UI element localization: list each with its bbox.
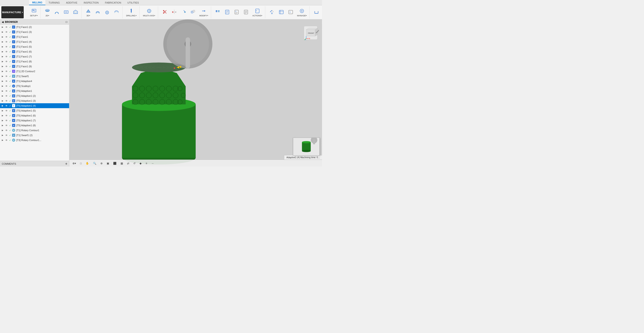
manage-1-button[interactable] (268, 8, 276, 16)
inspect-button[interactable]: INSPECT ▾ (321, 7, 322, 17)
visibility-icon-6[interactable]: 👁 (5, 50, 8, 53)
tree-item-15[interactable]: ▶ 👁 ✓ A [T5] Adaptive1 (2) (0, 93, 69, 98)
section-button[interactable]: ▦ (119, 161, 124, 165)
expand-arrow-17[interactable]: ▶ (2, 105, 4, 107)
tree-item-10[interactable]: ▶ 👁 ✓ ◇ [T1] 2D Contour2 (0, 69, 69, 74)
tree-item-20[interactable]: ▶ 👁 ✓ A [T5] Adaptive1 (7) (0, 118, 69, 123)
2d-pocket-button[interactable] (62, 8, 71, 16)
environment-button[interactable]: ≡ (144, 161, 148, 165)
display-mode-button[interactable]: ▣ (105, 161, 110, 165)
expand-arrow-1[interactable]: ▶ (2, 26, 4, 28)
render-button[interactable]: → (150, 161, 155, 165)
tree-item-21[interactable]: ▶ 👁 ✓ A [T5] Adaptive1 (8) (0, 123, 69, 128)
setup-button[interactable]: G SETUP ▾ (28, 7, 39, 17)
tree-item-16[interactable]: ▶ 👁 ✓ A [T5] Adaptive1 (3) (0, 98, 69, 103)
tree-item-6[interactable]: ▶ 👁 ✓ ≡ [T1] Face1 (6) (0, 49, 69, 54)
visibility-icon-12[interactable]: 👁 (5, 79, 8, 83)
expand-arrow-15[interactable]: ▶ (2, 95, 4, 97)
visibility-icon-11[interactable]: 👁 (5, 75, 8, 78)
transform-button[interactable] (188, 8, 198, 16)
scissors-button[interactable] (160, 8, 169, 16)
2d-adaptive-button[interactable] (52, 8, 61, 16)
3d-button[interactable]: 3D ▾ (84, 7, 93, 17)
manage-2-button[interactable] (277, 8, 286, 16)
appearance-button[interactable]: ◆ (138, 161, 143, 165)
add-comment-icon[interactable]: + (65, 162, 67, 166)
visibility-icon-17[interactable]: 👁 (5, 104, 8, 107)
nc-code-button[interactable] (242, 8, 250, 16)
expand-arrow-12[interactable]: ▶ (2, 80, 4, 82)
2d-contour-button[interactable] (71, 8, 80, 16)
expand-arrow-16[interactable]: ▶ (2, 100, 4, 102)
thumbnail-panel[interactable] (293, 138, 320, 156)
tab-fabrication[interactable]: FABRICATION (102, 0, 124, 5)
visibility-icon-1[interactable]: 👁 (5, 25, 8, 29)
visibility-icon-10[interactable]: 👁 (5, 70, 8, 73)
orbit-button[interactable]: ⊕▾ (71, 161, 77, 165)
expand-arrow-21[interactable]: ▶ (2, 124, 4, 126)
pattern-button[interactable] (179, 8, 188, 16)
drilling-button[interactable]: DRILLING ▾ (125, 7, 138, 17)
3d-viewport[interactable]: FRONT RIGHT Z X Adaptive1 (4) Machining … (69, 19, 322, 166)
grid-button[interactable]: ⬛ (112, 161, 118, 165)
3d-contour-button[interactable] (112, 8, 121, 16)
tab-milling[interactable]: MILLING (29, 0, 46, 5)
3d-scallop-button[interactable] (103, 8, 112, 16)
expand-arrow-22[interactable]: ▶ (2, 129, 4, 131)
post-button[interactable]: G (232, 8, 241, 16)
animate-button[interactable]: ↺ (132, 161, 137, 165)
visibility-icon-8[interactable]: 👁 (5, 60, 8, 63)
expand-arrow-19[interactable]: ▶ (2, 114, 4, 117)
expand-arrow-13[interactable]: ▶ (2, 85, 4, 87)
manufacture-button[interactable]: MANUFACTURE ▾ (1, 6, 24, 18)
expand-arrow-9[interactable]: ▶ (2, 65, 4, 67)
visibility-icon-19[interactable]: 👁 (5, 114, 8, 117)
expand-arrow-23[interactable]: ▶ (2, 134, 4, 136)
expand-arrow-8[interactable]: ▶ (2, 60, 4, 62)
pan-button[interactable]: ✋ (84, 161, 90, 165)
visibility-icon-9[interactable]: 👁 (5, 65, 8, 68)
expand-arrow-5[interactable]: ▶ (2, 46, 4, 48)
tree-item-14[interactable]: ▶ 👁 ✓ A [T5] Adaptive1 (0, 88, 69, 93)
actions-button[interactable]: G ACTIONS ▾ (251, 7, 264, 17)
visibility-icon-22[interactable]: 👁 (5, 129, 8, 132)
expand-arrow-6[interactable]: ▶ (2, 50, 4, 53)
pin-icon[interactable]: □ (66, 20, 67, 23)
tree-item-19[interactable]: ▶ 👁 ✓ A [T5] Adaptive1 (6) (0, 113, 69, 118)
tree-item-11[interactable]: ▶ 👁 ✓ S [T1] Swarf1 (0, 74, 69, 79)
tree-item-8[interactable]: ▶ 👁 ✓ ≡ [T1] Face1 (8) (0, 59, 69, 64)
fit-button[interactable]: □ (79, 161, 83, 165)
tree-item-24[interactable]: ▶ 👁 ✓ R [T3] Rotary Contour1... (0, 138, 69, 143)
expand-arrow-3[interactable]: ▶ (2, 36, 4, 38)
expand-arrow-24[interactable]: ▶ (2, 139, 4, 141)
tree-item-18[interactable]: ▶ 👁 ✓ A [T5] Adaptive1 (5) (0, 108, 69, 113)
multi-axis-button[interactable]: MULTI-AXIS ▾ (142, 7, 157, 17)
visibility-icon-3[interactable]: 👁 (5, 35, 8, 38)
visibility-icon-15[interactable]: 👁 (5, 94, 8, 97)
tree-item-23[interactable]: ▶ 👁 ✓ S [T1] Swarf1 (2) (0, 133, 69, 138)
tree-item-12[interactable]: ▶ 👁 ✓ A [T1] Adaptive4 (0, 79, 69, 84)
zoom-button[interactable]: 🔍 (92, 161, 98, 165)
tree-item-13[interactable]: ▶ 👁 ✓ ● [T5] Scallop1 (0, 84, 69, 88)
groundplane-button[interactable]: ⇄ (126, 161, 130, 165)
visibility-icon-13[interactable]: 👁 (5, 84, 8, 88)
2d-button[interactable]: 2D ▾ (43, 7, 52, 17)
tab-utilities[interactable]: UTILITIES (124, 0, 142, 5)
expand-arrow-4[interactable]: ▶ (2, 41, 4, 43)
tab-inspection[interactable]: INSPECTION (80, 0, 102, 5)
tree-item-4[interactable]: ▶ 👁 ✓ ≡ [T1] Face1 (4) (0, 39, 69, 44)
tree-item-1[interactable]: ▶ 👁 ✓ ≡ [T1] Face1 (2) (0, 24, 69, 29)
tree-item-7[interactable]: ▶ 👁 ✓ ≡ [T1] Face1 (7) (0, 54, 69, 59)
expand-arrow-10[interactable]: ▶ (2, 70, 4, 72)
tree-item-9[interactable]: ▶ 👁 ✓ ≡ [T1] Face1 (9) (0, 64, 69, 69)
manage-button[interactable]: MANAGE ▾ (296, 7, 308, 17)
manage-3-button[interactable]: G (286, 8, 295, 16)
visibility-icon-23[interactable]: 👁 (5, 134, 8, 137)
tab-additive[interactable]: ADDITIVE (63, 0, 80, 5)
tree-item-3[interactable]: ▶ 👁 ✓ ≡ [T1] Face1 (0, 34, 69, 39)
expand-arrow-7[interactable]: ▶ (2, 55, 4, 58)
measure-button[interactable] (312, 8, 321, 16)
visibility-icon-18[interactable]: 👁 (5, 109, 8, 112)
visibility-icon-20[interactable]: 👁 (5, 119, 8, 122)
visibility-icon-24[interactable]: 👁 (5, 139, 8, 142)
